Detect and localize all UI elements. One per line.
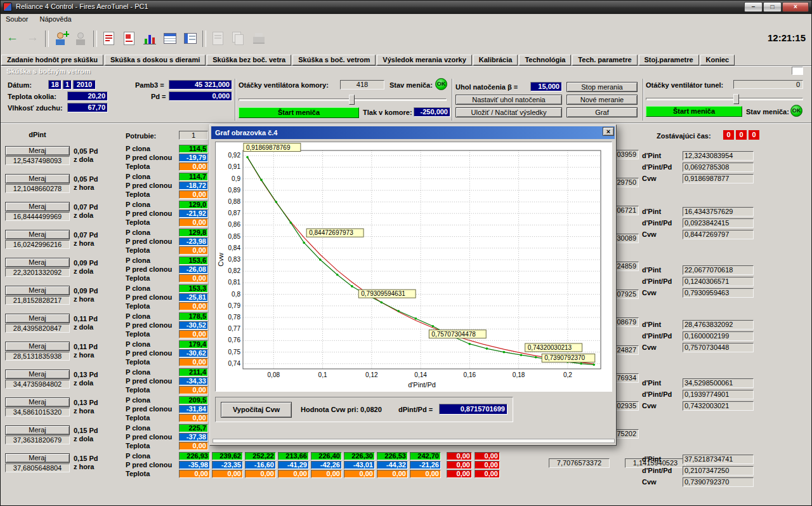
datum-day-field[interactable]: 18 <box>48 80 62 90</box>
tab-stoj-parametre[interactable]: Stoj.parametre <box>639 55 699 65</box>
tab-zadanie-hodnot[interactable]: Zadanie hodnôt pre skúšku <box>1 55 103 65</box>
tab-skuska-s-vetrom[interactable]: Skúška s boč. vetrom <box>292 55 376 65</box>
tab-kalibracia[interactable]: Kalibrácia <box>473 55 518 65</box>
back-button[interactable] <box>3 29 22 48</box>
dpint-measured-value: 34,5861015320 <box>5 408 70 416</box>
stav-menica-label: Stav meniča: <box>390 81 433 89</box>
teplota-value: 0,00 <box>344 470 375 478</box>
nastavit-uhol-button[interactable]: Nastaviť uhol natočenia <box>455 95 562 105</box>
direction-label: z dola <box>74 435 98 443</box>
dpintpd-value: 0,2107347250 <box>683 466 754 476</box>
close-button[interactable] <box>782 2 809 12</box>
meraj-button[interactable]: Meraj <box>5 174 70 183</box>
ulozit-nacitat-button[interactable]: Uložiť / Načítať výsledky <box>455 107 562 117</box>
tab-tech-parametre[interactable]: Tech. parametre <box>572 55 637 65</box>
meraj-button[interactable]: Meraj <box>5 342 70 351</box>
dpint-measured-value: 28,4395820847 <box>5 324 70 333</box>
dpint-measured-value: 37,6805648804 <box>5 463 70 472</box>
table-button[interactable] <box>160 29 180 48</box>
meraj-button[interactable]: Meraj <box>5 230 70 239</box>
pd-level-label: 0,09 Pd <box>74 287 98 295</box>
minimize-button[interactable] <box>744 2 763 12</box>
copy-icon <box>231 31 246 46</box>
dpint-measured-value: 22,3201332092 <box>5 268 70 277</box>
teplota-value: 0,00 <box>212 470 243 478</box>
komora-fan-slider-thumb[interactable] <box>349 95 355 105</box>
meraj-button[interactable]: Meraj <box>5 146 70 156</box>
chart-button[interactable] <box>140 29 159 48</box>
dialog-close-icon[interactable] <box>603 127 614 136</box>
tab-skuska-doska-diery[interactable]: Skúška s doskou s dierami <box>105 55 206 65</box>
dpint-measured-value: 28,5131835938 <box>5 352 70 361</box>
graf-button[interactable]: Graf <box>566 107 638 117</box>
komora-fan-slider[interactable] <box>239 98 447 101</box>
teplota-value: 0,00 <box>179 330 208 338</box>
pipe-readings-group: P clona225,7P pred clonou-37,38Teplota0,… <box>126 424 211 451</box>
pd-level-label: 0,05 Pd <box>74 175 98 183</box>
datum-year-field[interactable]: 2010 <box>73 80 96 90</box>
vypocitaj-cvw-button[interactable]: Vypočítaj Cvw <box>221 402 292 418</box>
pd-label: Pd = <box>151 93 166 100</box>
user-add-button[interactable] <box>51 29 70 48</box>
svg-text:0,78: 0,78 <box>228 314 241 321</box>
meraj-button[interactable]: Meraj <box>5 286 70 295</box>
meraj-button[interactable]: Meraj <box>5 370 70 379</box>
meraj-button[interactable]: Meraj <box>5 314 70 323</box>
tab-koniec[interactable]: Koniec <box>700 55 735 65</box>
pipe-readings-group: P clona129,8P pred clonou-23,98Teplota0,… <box>126 229 211 255</box>
p-clona-label: P clona <box>126 173 150 181</box>
p-pred-clonou-label: P pred clonou <box>126 377 172 385</box>
pd-level-label: 0,11 Pd <box>74 315 98 323</box>
tunel-fan-slider-thumb[interactable] <box>733 94 739 104</box>
title-bar[interactable]: Reliance 4 Control - Fires AeroTunel - P… <box>0 0 812 14</box>
meraj-button[interactable]: Meraj <box>5 425 70 435</box>
meraj-button[interactable]: Meraj <box>5 453 70 463</box>
dialog-bottom-panel: Vypočítaj Cvw Hodnota Cvw pri: 0,0820 dP… <box>215 397 513 422</box>
log-document-button[interactable] <box>100 29 119 48</box>
stop-merania-button[interactable]: Stop merania <box>566 82 638 92</box>
nove-meranie-button[interactable]: Nové meranie <box>566 95 638 105</box>
meraj-button[interactable]: Meraj <box>5 258 70 267</box>
result-group: d'Pint16,4343757629d'Pint/Pd0,0923842415… <box>642 207 769 241</box>
tab-skuska-bez-vetra[interactable]: Skúška bez boč. vetra <box>207 55 291 65</box>
p-clona-value: 114,5 <box>179 145 208 153</box>
pd-point-label: 0,05 Pdz hora <box>74 175 98 192</box>
pd-point-label: 0,13 Pdz dola <box>74 371 98 387</box>
meraj-button[interactable]: Meraj <box>5 397 70 407</box>
tunel-fan-slider[interactable] <box>646 98 803 100</box>
menu-soubor[interactable]: Soubor <box>0 14 34 23</box>
alarm-document-button[interactable] <box>120 29 139 48</box>
remaining-time-digit: 0 <box>723 130 734 140</box>
remaining-time-digit: 0 <box>749 130 759 140</box>
meraj-button[interactable]: Meraj <box>5 202 70 211</box>
cvw-label: Cvw <box>642 174 657 183</box>
teplota-value: 0,00 <box>447 470 472 478</box>
tab-vysledok-merania[interactable]: Výsledok merania vzorky <box>377 55 471 65</box>
p-pred-clonou-value: -23,35 <box>212 461 243 469</box>
report-button[interactable] <box>181 29 200 48</box>
teplota-label: Teplota <box>126 442 150 450</box>
teplota-value: 0,00 <box>377 470 408 478</box>
direction-label: z hora <box>74 295 98 303</box>
svg-text:0,89: 0,89 <box>228 187 241 194</box>
teplota-label: Teplota <box>126 218 150 227</box>
dpintpd-label: d'Pint/Pd <box>642 390 672 399</box>
menu-napoveda[interactable]: Nápověda <box>34 14 77 23</box>
maximize-button[interactable] <box>763 2 782 12</box>
tab-technologia[interactable]: Technológia <box>519 55 571 65</box>
p-pred-clonou-value: 0,00 <box>475 461 500 469</box>
dialog-title-bar[interactable]: Graf obrazovka č.4 <box>211 126 615 139</box>
cvw-chart: 0,920,910,90,890,880,870,860,850,840,830… <box>216 143 611 390</box>
dpint-label: d'Pint <box>642 378 661 387</box>
cvw-value: 0,7390792370 <box>683 477 754 487</box>
p-clona-value: 225,7 <box>179 424 208 432</box>
start-menica-tunel-button[interactable]: Štart meniča <box>646 106 742 117</box>
dpint-row: Meraj34,47359848020,13 Pdz dola <box>5 370 119 397</box>
print-icon <box>251 31 266 46</box>
stav-menica-tunel-label: Stav meniča: <box>746 108 789 116</box>
datum-month-field[interactable]: 1 <box>63 80 72 90</box>
start-menica-button[interactable]: Štart meniča <box>239 107 359 118</box>
spin-control[interactable] <box>792 67 803 75</box>
p-pred-clonou-value: -26,08 <box>179 265 208 274</box>
teplota-label: Teplota <box>126 470 150 478</box>
